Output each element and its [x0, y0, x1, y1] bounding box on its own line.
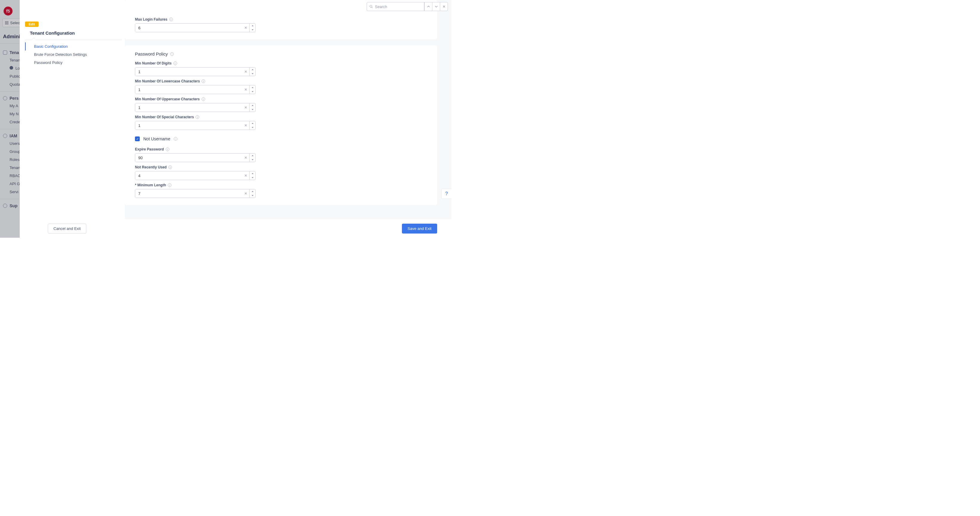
field-min-digits: Min Number Of Digitsi ✕: [125, 58, 437, 76]
chevron-up-icon: [427, 5, 430, 8]
spin-down-min-lower[interactable]: [250, 89, 255, 94]
input-min-upper[interactable]: [135, 104, 242, 111]
clear-min-length[interactable]: ✕: [242, 190, 249, 197]
clear-min-upper[interactable]: ✕: [242, 104, 249, 111]
spin-down-expire[interactable]: [250, 158, 255, 162]
input-max-login[interactable]: [135, 24, 242, 32]
info-icon[interactable]: i: [202, 97, 205, 101]
label-min-digits: Min Number Of Digits: [135, 61, 172, 65]
field-max-login: Max Login Failures i ✕: [125, 14, 437, 32]
search-wrap: [367, 2, 424, 11]
spin-up-expire[interactable]: [250, 153, 255, 158]
spin-up-min-digits[interactable]: [250, 67, 255, 72]
field-expire: Expire Passwordi ✕: [125, 143, 437, 162]
label-min-lower: Min Number Of Lowercase Characters: [135, 79, 200, 83]
section-password-title: Password Policy i: [125, 45, 437, 58]
info-icon[interactable]: i: [202, 80, 205, 83]
spin-up-min-lower[interactable]: [250, 85, 255, 89]
help-button[interactable]: ?: [441, 189, 452, 199]
info-icon[interactable]: i: [170, 52, 174, 56]
search-prev-button[interactable]: [424, 2, 432, 11]
input-min-length[interactable]: [135, 190, 242, 197]
input-wrap-max-login: ✕: [135, 23, 256, 32]
spin-up-min-upper[interactable]: [250, 104, 255, 107]
svg-line-1: [372, 7, 373, 8]
spin-up-min-special[interactable]: [250, 121, 255, 126]
spin-down-min-special[interactable]: [250, 126, 255, 130]
spin-down-not-recent[interactable]: [250, 175, 255, 180]
left-nav: Basic Configuration Brute Force Detectio…: [25, 42, 122, 67]
spin-up-min-length[interactable]: [250, 190, 255, 193]
svg-point-0: [370, 5, 372, 7]
search-input[interactable]: [375, 5, 422, 9]
modal-panel: Edit Tenant Configuration Basic Configur…: [20, 0, 452, 238]
info-icon[interactable]: i: [174, 137, 177, 141]
modal-toolbar: [367, 2, 448, 11]
form-scroll[interactable]: Max Login Failures i ✕ P: [125, 0, 452, 219]
spin-up-not-recent[interactable]: [250, 171, 255, 175]
label-max-login: Max Login Failures i: [135, 18, 427, 21]
clear-min-special[interactable]: ✕: [242, 121, 249, 130]
checkbox-not-username[interactable]: ✓: [135, 137, 140, 141]
clear-min-digits[interactable]: ✕: [242, 67, 249, 76]
field-min-length: * Minimum Lengthi ✕: [125, 180, 437, 198]
label-min-upper: Min Number Of Uppercase Characters: [135, 97, 200, 101]
label-expire: Expire Password: [135, 147, 164, 151]
left-panel-title: Tenant Configuration: [30, 30, 122, 35]
clear-max-login[interactable]: ✕: [242, 24, 249, 32]
spin-down-min-digits[interactable]: [250, 72, 255, 76]
help-icon: ?: [445, 191, 448, 196]
label-not-recent: Not Recently Used: [135, 165, 167, 169]
info-icon[interactable]: i: [169, 18, 173, 21]
input-min-lower[interactable]: [135, 85, 242, 94]
spin-down-max-login[interactable]: [250, 28, 255, 32]
spin-down-min-length[interactable]: [250, 193, 255, 197]
info-icon[interactable]: i: [166, 148, 169, 151]
field-min-upper: Min Number Of Uppercase Charactersi ✕: [125, 94, 437, 112]
close-icon: [442, 5, 445, 8]
info-icon[interactable]: i: [196, 115, 199, 119]
info-icon[interactable]: i: [168, 183, 172, 187]
input-not-recent[interactable]: [135, 171, 242, 180]
left-nav-brute[interactable]: Brute Force Detection Settings: [25, 51, 122, 59]
search-close-button[interactable]: [440, 2, 448, 11]
field-not-recent: Not Recently Usedi ✕: [125, 162, 437, 180]
left-nav-basic[interactable]: Basic Configuration: [25, 42, 122, 51]
spin-up-max-login[interactable]: [250, 24, 255, 28]
clear-not-recent[interactable]: ✕: [242, 171, 249, 180]
label-not-username: Not Username: [143, 137, 170, 141]
input-min-special[interactable]: [135, 121, 242, 130]
search-icon: [369, 5, 373, 9]
cancel-button[interactable]: Cancel and Exit: [48, 224, 86, 234]
input-expire[interactable]: [135, 153, 242, 162]
info-icon[interactable]: i: [169, 166, 172, 169]
password-policy-card: Password Policy i Min Number Of Digitsi …: [125, 45, 437, 205]
save-button[interactable]: Save and Exit: [402, 224, 437, 234]
search-next-button[interactable]: [432, 2, 440, 11]
spin-down-min-upper[interactable]: [250, 107, 255, 111]
field-not-username: ✓ Not Username i: [125, 130, 437, 143]
input-min-digits[interactable]: [135, 67, 242, 76]
field-min-lower: Min Number Of Lowercase Charactersi ✕: [125, 76, 437, 94]
label-min-length: * Minimum Length: [135, 183, 166, 187]
edit-badge: Edit: [25, 21, 38, 27]
modal-footer: Cancel and Exit Save and Exit: [20, 219, 452, 238]
field-min-special: Min Number Of Special Charactersi ✕: [125, 112, 437, 130]
label-min-special: Min Number Of Special Characters: [135, 115, 194, 119]
info-icon[interactable]: i: [173, 62, 177, 65]
left-nav-password[interactable]: Password Policy: [25, 59, 122, 67]
chevron-down-icon: [435, 5, 438, 8]
clear-expire[interactable]: ✕: [242, 153, 249, 162]
clear-min-lower[interactable]: ✕: [242, 85, 249, 94]
left-panel: Edit Tenant Configuration Basic Configur…: [20, 0, 125, 219]
